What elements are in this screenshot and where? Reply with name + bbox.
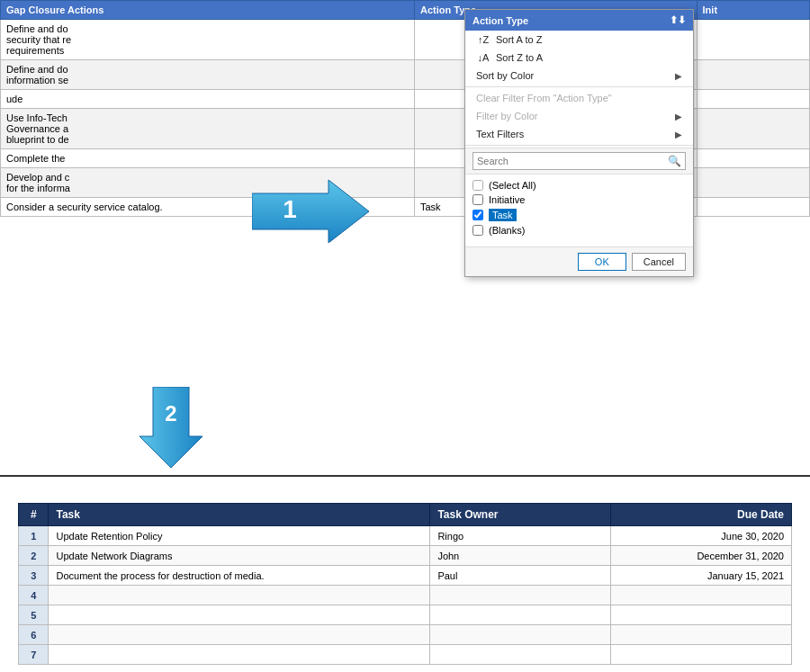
sort-za-icon: ↓A	[476, 52, 490, 63]
row-num-cell: 4	[19, 586, 49, 605]
submenu-arrow-icon: ▶	[675, 71, 682, 81]
checkbox-select-all-input[interactable]	[472, 180, 483, 191]
arrow-1: 1	[252, 180, 369, 243]
row-task-cell	[49, 625, 430, 645]
col-header-gap: Gap Closure Actions	[1, 1, 415, 20]
top-section: Gap Closure Actions Action Type Init Def…	[0, 0, 810, 477]
sort-za-label: Sort Z to A	[496, 52, 543, 63]
row-owner-cell	[430, 625, 611, 645]
svg-marker-2	[140, 387, 202, 468]
search-input[interactable]	[477, 156, 668, 166]
dialog-buttons: OK Cancel	[465, 246, 693, 276]
cancel-button[interactable]: Cancel	[632, 253, 686, 271]
table-row: 4	[19, 586, 792, 605]
col-header-due-date: Due Date	[611, 504, 792, 526]
col-header-owner: Task Owner	[430, 504, 611, 526]
checkbox-initiative-input[interactable]	[472, 194, 483, 205]
row-num-cell: 1	[19, 526, 49, 546]
bottom-table: # Task Task Owner Due Date 1Update Reten…	[18, 503, 792, 665]
menu-divider-1	[465, 86, 693, 87]
ok-button[interactable]: OK	[578, 253, 626, 271]
arrow-down-icon: 2	[140, 387, 202, 468]
search-area: 🔍	[465, 148, 693, 175]
dropdown-header: Action Type ⬆⬇	[465, 10, 693, 31]
table-row: 2Update Network DiagramsJohnDecember 31,…	[19, 546, 792, 566]
sort-az-icon: ↑Z	[476, 34, 490, 45]
checkbox-select-all[interactable]: (Select All)	[472, 178, 686, 193]
table-row: 6	[19, 625, 792, 645]
sort-by-color-label: Sort by Color	[476, 70, 534, 81]
checkbox-initiative[interactable]: Initiative	[472, 193, 686, 207]
row-owner-cell: Ringo	[430, 526, 611, 546]
filter-by-color-item[interactable]: Filter by Color ▶	[465, 107, 693, 125]
row-task-cell	[49, 586, 430, 605]
row-owner-cell	[430, 586, 611, 605]
bottom-table-header-row: # Task Task Owner Due Date	[19, 504, 792, 526]
row-owner-cell: John	[430, 546, 611, 566]
row-owner-cell	[430, 645, 611, 665]
checkbox-task[interactable]: Task	[472, 207, 686, 223]
text-filters-item[interactable]: Text Filters ▶	[465, 125, 693, 143]
sort-az-item[interactable]: ↑Z Sort A to Z	[465, 31, 693, 49]
col-header-num: #	[19, 504, 49, 526]
search-icon: 🔍	[668, 155, 681, 167]
row-due-date-cell	[611, 645, 792, 665]
menu-divider-2	[465, 145, 693, 146]
row-due-date-cell	[611, 605, 792, 625]
sort-by-color-item[interactable]: Sort by Color ▶	[465, 67, 693, 85]
sort-az-label: Sort A to Z	[496, 34, 542, 45]
row-num-cell: 6	[19, 625, 49, 645]
table-row: 3Document the process for destruction of…	[19, 566, 792, 586]
checkbox-select-all-label: (Select All)	[489, 180, 536, 191]
row-owner-cell	[430, 605, 611, 625]
bottom-section: # Task Task Owner Due Date 1Update Reten…	[0, 496, 810, 672]
checkbox-list: (Select All) Initiative Task (Blanks)	[465, 175, 693, 246]
row-task-cell	[49, 645, 430, 665]
table-row: 7	[19, 645, 792, 665]
filter-by-color-label: Filter by Color	[476, 111, 537, 121]
svg-marker-0	[252, 180, 369, 243]
row-num-cell: 3	[19, 566, 49, 586]
row-task-cell: Update Retention Policy	[49, 526, 430, 546]
row-num-cell: 5	[19, 605, 49, 625]
row-task-cell: Update Network Diagrams	[49, 546, 430, 566]
dropdown-menu: Action Type ⬆⬇ ↑Z Sort A to Z ↓A Sort Z …	[464, 9, 694, 277]
row-due-date-cell: December 31, 2020	[611, 546, 792, 566]
checkbox-task-input[interactable]	[472, 210, 483, 220]
table-row: 5	[19, 605, 792, 625]
row-num-cell: 7	[19, 645, 49, 665]
row-task-cell: Document the process for destruction of …	[49, 566, 430, 586]
arrow-right-icon: 1	[252, 180, 369, 243]
svg-text:1: 1	[283, 195, 297, 223]
filter-color-arrow-icon: ▶	[675, 112, 682, 121]
row-task-cell	[49, 605, 430, 625]
clear-filter-item[interactable]: Clear Filter From "Action Type"	[465, 89, 693, 107]
dropdown-title: Action Type	[472, 15, 528, 26]
checkbox-blanks[interactable]: (Blanks)	[472, 223, 686, 237]
checkbox-blanks-input[interactable]	[472, 225, 483, 236]
col-header-task: Task	[49, 504, 430, 526]
row-due-date-cell: January 15, 2021	[611, 566, 792, 586]
table-row: 1Update Retention PolicyRingoJune 30, 20…	[19, 526, 792, 546]
arrow-2: 2	[140, 387, 202, 468]
checkbox-initiative-label: Initiative	[489, 194, 525, 205]
row-num-cell: 2	[19, 546, 49, 566]
clear-filter-label: Clear Filter From "Action Type"	[476, 93, 612, 103]
sort-za-item[interactable]: ↓A Sort Z to A	[465, 49, 693, 67]
row-owner-cell: Paul	[430, 566, 611, 586]
svg-text:2: 2	[165, 401, 176, 426]
text-filters-arrow-icon: ▶	[675, 130, 682, 139]
text-filters-label: Text Filters	[476, 129, 524, 139]
row-due-date-cell	[611, 625, 792, 645]
row-due-date-cell	[611, 586, 792, 605]
checkbox-blanks-label: (Blanks)	[489, 225, 525, 236]
search-box[interactable]: 🔍	[472, 152, 686, 170]
checkbox-task-label: Task	[489, 209, 517, 221]
col-header-init: Init	[697, 1, 809, 20]
dropdown-header-icons: ⬆⬇	[670, 14, 686, 26]
row-due-date-cell: June 30, 2020	[611, 526, 792, 546]
